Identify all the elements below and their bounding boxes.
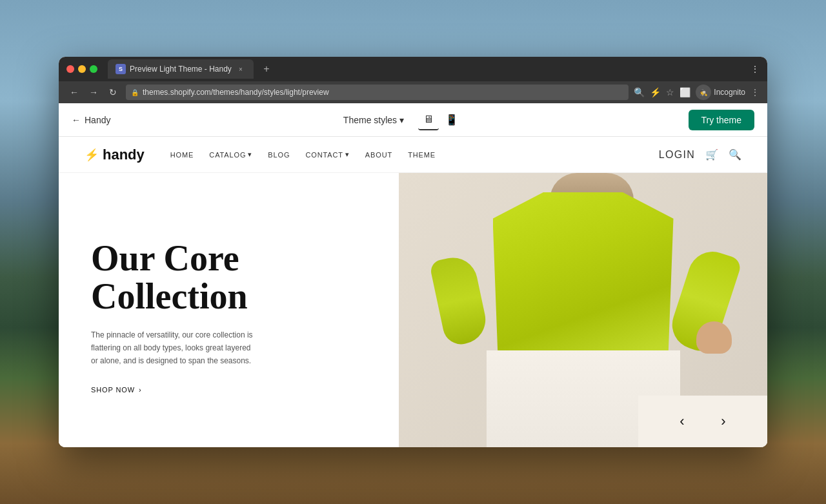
nav-link-about[interactable]: ABOUT — [365, 151, 392, 159]
url-bar[interactable]: 🔒 themes.shopify.com/themes/handy/styles… — [126, 85, 629, 100]
desktop-icon: 🖥 — [423, 114, 434, 125]
browser-tab[interactable]: S Preview Light Theme - Handy × — [108, 59, 254, 79]
store-nav: ⚡ handy HOME CATALOG ▾ BLOG CONTACT ▾ AB… — [59, 137, 767, 173]
back-arrow-icon: ← — [72, 115, 81, 125]
tab-close-button[interactable]: × — [236, 64, 246, 74]
hand-right — [696, 321, 732, 354]
address-bar: ← → ↻ 🔒 themes.shopify.com/themes/handy/… — [59, 81, 767, 103]
theme-styles-button[interactable]: Theme styles ▾ — [337, 111, 410, 129]
maximize-button[interactable] — [90, 65, 97, 73]
theme-styles-caret-icon: ▾ — [399, 115, 404, 125]
chrome-menu-icon[interactable]: ⋮ — [750, 64, 760, 74]
bookmark-icon[interactable]: ☆ — [666, 87, 674, 97]
theme-styles-label: Theme styles — [343, 115, 397, 125]
incognito-badge[interactable]: 🕵 Incognito — [696, 85, 745, 100]
extension-icon[interactable]: ⚡ — [650, 87, 661, 97]
device-icons: 🖥 📱 — [418, 110, 462, 130]
nav-link-blog[interactable]: BLOG — [268, 151, 290, 159]
catalog-caret-icon: ▾ — [248, 150, 252, 159]
minimize-button[interactable] — [78, 65, 86, 73]
address-right-icons: 🔍 ⚡ ☆ ⬜ 🕵 Incognito ⋮ — [634, 85, 760, 100]
search-icon[interactable]: 🔍 — [634, 87, 645, 97]
mobile-view-button[interactable]: 📱 — [441, 110, 462, 130]
tab-area: S Preview Light Theme - Handy × + — [108, 59, 745, 79]
hero-description: The pinnacle of versatility, our core co… — [91, 328, 259, 368]
nav-link-contact[interactable]: CONTACT ▾ — [305, 150, 349, 159]
hero-left: Our Core Collection The pinnacle of vers… — [59, 173, 399, 447]
search-icon[interactable]: 🔍 — [729, 148, 741, 161]
store-logo-icon: ⚡ — [85, 148, 99, 162]
incognito-label: Incognito — [714, 88, 745, 97]
browser-menu-icon[interactable]: ⋮ — [750, 87, 760, 97]
nav-link-catalog-label: CATALOG — [209, 151, 246, 159]
preview-area: ⚡ handy HOME CATALOG ▾ BLOG CONTACT ▾ AB… — [59, 137, 767, 447]
mobile-icon: 📱 — [445, 114, 458, 126]
store-nav-links: HOME CATALOG ▾ BLOG CONTACT ▾ ABOUT THEM… — [170, 150, 659, 159]
nav-link-catalog[interactable]: CATALOG ▾ — [209, 150, 252, 159]
shop-now-link[interactable]: SHOP NOW › — [91, 386, 367, 394]
shop-now-arrow-icon: › — [139, 386, 142, 394]
refresh-button[interactable]: ↻ — [105, 85, 121, 100]
incognito-avatar: 🕵 — [696, 85, 711, 100]
cart-icon[interactable]: 🛒 — [705, 148, 718, 161]
theme-bar-center: Theme styles ▾ 🖥 📱 — [110, 110, 688, 130]
browser-window: S Preview Light Theme - Handy × + ⋮ ← → … — [59, 57, 767, 447]
carousel-prev-button[interactable]: ‹ — [669, 408, 695, 434]
back-button[interactable]: ← — [66, 85, 82, 100]
nav-link-theme[interactable]: THEME — [408, 151, 436, 159]
nav-link-home[interactable]: HOME — [170, 151, 194, 159]
store-logo-text: handy — [103, 146, 145, 163]
shop-now-label: SHOP NOW — [91, 386, 135, 394]
shopify-theme-bar: ← Handy Theme styles ▾ 🖥 📱 Try theme — [59, 103, 767, 137]
try-theme-button[interactable]: Try theme — [689, 110, 755, 130]
hero-image: ‹ › — [399, 173, 767, 447]
theme-back-button[interactable]: ← Handy — [72, 115, 110, 125]
carousel-nav: ‹ › — [638, 396, 767, 447]
nav-buttons: ← → ↻ — [66, 85, 121, 100]
contact-caret-icon: ▾ — [345, 150, 350, 159]
carousel-next-button[interactable]: › — [710, 408, 736, 434]
store-logo: ⚡ handy — [85, 146, 145, 163]
lock-icon: 🔒 — [131, 89, 139, 96]
chrome-tab-bar: S Preview Light Theme - Handy × + ⋮ — [59, 57, 767, 81]
new-tab-button[interactable]: + — [259, 61, 274, 77]
login-link[interactable]: LOGIN — [659, 149, 695, 161]
theme-brand-label: Handy — [85, 115, 110, 125]
split-view-icon[interactable]: ⬜ — [680, 87, 690, 97]
chrome-right-icons: ⋮ — [750, 64, 760, 74]
forward-button[interactable]: → — [86, 85, 101, 100]
tab-title: Preview Light Theme - Handy — [130, 65, 232, 74]
tab-favicon: S — [116, 64, 126, 74]
close-button[interactable] — [66, 65, 74, 73]
hero-title: Our Core Collection — [91, 239, 367, 316]
traffic-lights — [66, 65, 97, 73]
store-nav-right: LOGIN 🛒 🔍 — [659, 148, 741, 161]
hero-section: Our Core Collection The pinnacle of vers… — [59, 173, 767, 447]
desktop-view-button[interactable]: 🖥 — [418, 110, 439, 130]
url-text: themes.shopify.com/themes/handy/styles/l… — [143, 88, 329, 97]
nav-link-contact-label: CONTACT — [305, 151, 343, 159]
